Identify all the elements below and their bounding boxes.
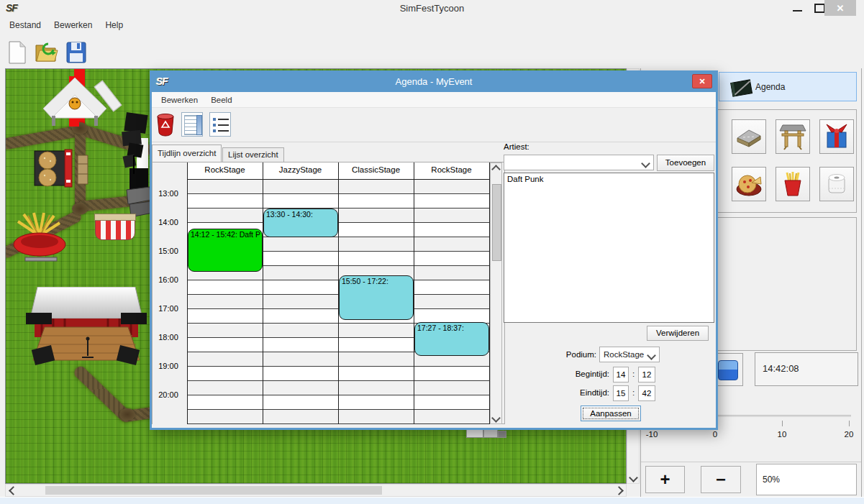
menu-item-bestand[interactable]: Bestand <box>3 18 47 32</box>
agenda-label: Agenda <box>755 82 785 92</box>
close-button[interactable]: ✕ <box>824 0 856 16</box>
tab-tijdlijn-overzicht[interactable]: Tijdlijn overzicht <box>152 145 222 162</box>
podium-combobox[interactable]: RockStage <box>599 347 660 362</box>
shop-item-gift[interactable] <box>819 119 854 154</box>
time-colon: : <box>632 370 635 378</box>
remove-artist-button[interactable]: Verwijderen <box>647 326 709 341</box>
menu-item-bewerken[interactable]: Bewerken <box>47 18 99 32</box>
end-hour-field[interactable] <box>613 385 629 401</box>
shop-item-road-tile[interactable] <box>732 119 766 154</box>
new-file-icon <box>8 41 27 64</box>
time-gutter: 13:0014:0015:0016:0017:0018:0019:0020:00 <box>153 162 187 424</box>
road-tile-icon <box>735 122 763 151</box>
column-divider <box>187 162 188 424</box>
artist-list[interactable]: Daft Punk <box>504 173 714 323</box>
artist-combobox[interactable] <box>504 155 654 170</box>
begin-hour-field[interactable] <box>613 367 629 382</box>
agenda-panel-button[interactable]: Agenda <box>719 72 857 101</box>
save-file-button[interactable] <box>63 39 89 66</box>
tab-strip: Tijdlijn overzichtLijst overzicht <box>152 145 511 162</box>
blue-square-icon <box>718 360 738 380</box>
schedule-event[interactable]: 14:12 - 15:42: Daft P <box>188 229 263 272</box>
maximize-icon <box>814 4 825 13</box>
horizontal-scroll-thumb[interactable] <box>45 486 382 495</box>
artist-label: Artiest: <box>504 142 529 151</box>
shop-item-fries[interactable] <box>776 167 810 201</box>
scroll-down-icon[interactable] <box>627 472 639 483</box>
dialog-close-button[interactable]: ✕ <box>692 74 712 88</box>
pizza-icon <box>735 170 763 198</box>
striped-stand[interactable] <box>95 217 135 240</box>
chevron-down-icon <box>641 159 650 168</box>
dialog-titlebar: SF Agenda - MyEvent ✕ <box>152 73 716 92</box>
time-label: 16:00 <box>153 275 184 284</box>
time-colon: : <box>632 388 635 397</box>
app-window: SF SimFestTycoon ✕ BestandBewerkenHelp <box>0 0 864 504</box>
schedule-event[interactable]: 17:27 - 18:37: <box>414 322 489 356</box>
schedule-scrollbar[interactable] <box>490 162 502 424</box>
menu-item-help[interactable]: Help <box>99 18 129 32</box>
time-label: 14:00 <box>153 218 184 226</box>
slider-tick <box>849 421 850 426</box>
open-file-icon <box>34 41 58 64</box>
zoom-out-button[interactable]: − <box>701 466 741 493</box>
end-time-label: Eindtijd: <box>552 388 609 397</box>
scroll-right-icon[interactable] <box>613 485 624 496</box>
stage-equipment[interactable] <box>118 112 153 220</box>
timeline-view-icon <box>184 115 197 135</box>
scroll-down-icon[interactable] <box>490 412 501 423</box>
slider-tick-label: -10 <box>640 430 664 439</box>
menu-bar: BestandBewerkenHelp <box>0 16 864 35</box>
list-view-button[interactable] <box>209 112 231 137</box>
slider-tick-label: 0 <box>703 430 727 439</box>
column-header-rockstage: RockStage <box>187 165 263 174</box>
tab-lijst-overzicht[interactable]: Lijst overzicht <box>222 147 284 162</box>
end-minute-field[interactable] <box>638 385 655 401</box>
column-divider <box>263 162 263 424</box>
food-table[interactable] <box>76 154 89 185</box>
column-divider <box>338 162 339 424</box>
fries-icon <box>778 170 807 198</box>
begin-minute-field[interactable] <box>638 367 655 382</box>
shop-item-pizza[interactable] <box>732 167 766 201</box>
apply-button[interactable]: Aanpassen <box>581 406 641 421</box>
schedule-event[interactable]: 13:30 - 14:30: <box>263 209 338 237</box>
slider-tick-label: 10 <box>770 430 794 439</box>
minimize-icon <box>793 10 802 12</box>
add-artist-button[interactable]: Toevoegen <box>657 155 714 171</box>
burger-stand[interactable] <box>33 148 76 188</box>
game-clock: 14:42:08 <box>755 352 858 386</box>
time-label: 17:00 <box>153 304 184 313</box>
agenda-dialog: SF Agenda - MyEvent ✕ BewerkenBeeld <box>150 70 718 430</box>
save-icon <box>65 41 87 64</box>
schedule-table[interactable]: 13:0014:0015:0016:0017:0018:0019:0020:00… <box>153 162 503 424</box>
slider-tick-label: 20 <box>837 430 861 439</box>
zoom-level-box: 50% <box>756 464 857 495</box>
scroll-up-icon[interactable] <box>490 163 501 175</box>
open-file-button[interactable] <box>33 39 59 66</box>
time-label: 15:00 <box>153 247 184 255</box>
shop-item-festival-gate[interactable] <box>776 119 810 154</box>
dialog-menu-item-beeld[interactable]: Beeld <box>204 93 238 106</box>
new-file-button[interactable] <box>4 39 30 66</box>
shop-item-toilet-paper[interactable] <box>819 167 854 201</box>
fries-stand[interactable] <box>9 211 70 263</box>
main-stage[interactable] <box>24 287 148 372</box>
scroll-left-icon[interactable] <box>7 485 19 496</box>
artist-list-item[interactable]: Daft Punk <box>504 173 714 185</box>
zoom-in-button[interactable]: + <box>645 466 685 493</box>
timeline-view-button[interactable] <box>181 112 203 137</box>
panel-divider <box>641 462 861 462</box>
chevron-down-icon <box>647 351 656 360</box>
minimize-button[interactable] <box>786 0 808 16</box>
time-label: 20:00 <box>153 390 184 399</box>
delete-event-button[interactable] <box>155 113 176 137</box>
schedule-scroll-thumb[interactable] <box>492 184 501 261</box>
schedule-event[interactable]: 15:50 - 17:22: <box>339 275 414 319</box>
map-horizontal-scrollbar[interactable] <box>5 484 627 497</box>
status-strip <box>0 497 864 504</box>
column-header-classicstage: ClassicStage <box>338 165 414 174</box>
toilet-paper-icon <box>822 170 851 198</box>
main-toolbar <box>0 35 864 68</box>
dialog-menu-item-bewerken[interactable]: Bewerken <box>155 93 204 106</box>
